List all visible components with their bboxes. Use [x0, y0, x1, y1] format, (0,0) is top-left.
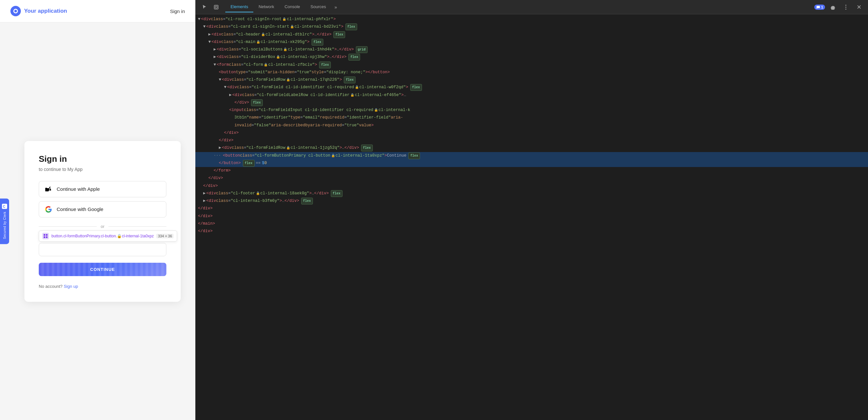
clerk-c-icon: C — [3, 204, 6, 208]
devtools-panel: Elements Network Console Sources » 1 — [195, 0, 868, 420]
clerk-sidebar-text: Secured by Clerk — [3, 211, 6, 239]
divider-line-right — [108, 226, 166, 227]
signin-title: Sign in — [39, 154, 166, 164]
no-account-section: No account? Sign up — [39, 284, 166, 289]
devtools-badge: 1 — [814, 5, 825, 10]
google-signin-button[interactable]: Continue with Google — [39, 201, 166, 217]
dom-line-18: ··· <button class="cl-formButtonPrimary … — [195, 152, 868, 159]
dom-line-23: ▶ <div class="cl-internal-b3fm6y">…</div… — [195, 197, 868, 205]
tab-console[interactable]: Console — [279, 2, 305, 12]
tooltip-grid-icon — [42, 233, 49, 239]
tab-elements[interactable]: Elements — [225, 2, 253, 12]
close-icon-btn[interactable]: ✕ — [854, 2, 864, 12]
settings-icon-btn[interactable] — [828, 2, 838, 12]
dom-line-20: </div> — [195, 175, 868, 182]
svg-text:C: C — [3, 205, 5, 208]
dom-line-25: </div> — [195, 213, 868, 220]
dom-line-10: ▼ <div class="cl-formField cl-id-identif… — [195, 84, 868, 91]
devtools-right-icons: 1 ✕ — [814, 2, 864, 12]
google-icon — [45, 206, 52, 213]
svg-rect-4 — [46, 234, 48, 236]
devtools-tabs: Elements Network Console Sources » — [225, 2, 340, 12]
left-panel: Your application Sign in C Secured by Cl… — [0, 0, 195, 420]
inspect-icon-btn[interactable] — [211, 2, 221, 12]
no-account-text: No account? — [39, 284, 63, 289]
app-logo-icon — [10, 6, 21, 16]
more-tabs-btn[interactable]: » — [331, 2, 340, 12]
svg-rect-5 — [43, 236, 45, 238]
svg-rect-3 — [43, 234, 45, 236]
cursor-icon-btn[interactable] — [199, 2, 210, 12]
tooltip-text: button.cl-formButtonPrimary.cl-button.🔒c… — [52, 234, 154, 238]
continue-button[interactable]: CONTINUE — [39, 263, 166, 276]
tab-sources[interactable]: Sources — [305, 2, 332, 12]
svg-rect-7 — [214, 5, 218, 9]
dom-line-8: <button type="submit" aria-hidden="true"… — [195, 69, 868, 76]
devtools-toolbar: Elements Network Console Sources » 1 — [195, 0, 868, 14]
dom-line-22: ▶ <div class="cl-footer 🔒 cl-internal-18… — [195, 190, 868, 197]
badge-chat-icon — [816, 5, 820, 9]
dom-line-4: ▼ <div class="cl-main 🔒 cl-internal-xk29… — [195, 38, 868, 46]
dom-line-17: ▶ <div class="cl-formFieldRow 🔒 cl-inter… — [195, 144, 868, 152]
sign-up-link[interactable]: Sign up — [64, 284, 78, 289]
dom-line-11: ▶ <div class="cl-formFieldLabelRow cl-id… — [195, 91, 868, 99]
app-logo: Your application — [10, 6, 67, 16]
top-bar: Your application Sign in — [0, 0, 195, 23]
apple-signin-button[interactable]: Continue with Apple — [39, 181, 166, 197]
clerk-sidebar-badge: C Secured by Clerk — [0, 198, 9, 244]
dom-line-21: </div> — [195, 182, 868, 190]
sign-in-nav-link[interactable]: Sign in — [170, 8, 185, 14]
signin-subtitle: to continue to My App — [39, 167, 166, 172]
app-name-label: Your application — [24, 8, 67, 14]
dom-line-16: </div> — [195, 137, 868, 144]
devtools-elements-content[interactable]: ▼ <div class="cl-root cl-signIn-root 🔒 c… — [195, 14, 868, 420]
or-divider: or — [39, 224, 166, 229]
divider-text: or — [101, 224, 104, 229]
dom-line-3: ▶ <div class="cl-header 🔒 cl-internal-dt… — [195, 31, 868, 38]
dom-line-2: ▼ <div class="cl-card cl-signIn-start 🔒 … — [195, 23, 868, 31]
google-btn-label: Continue with Google — [57, 206, 103, 212]
dom-line-26: </main> — [195, 220, 868, 228]
card-area: C Secured by Clerk Sign in to continue t… — [0, 23, 195, 420]
svg-point-10 — [845, 6, 846, 7]
divider-line-left — [39, 226, 97, 227]
dom-line-7: ▼ <form class="cl-form 🔒 cl-internal-zfb… — [195, 61, 868, 69]
dom-line-5: ▶ <div class="cl-socialButtons 🔒 cl-inte… — [195, 46, 868, 53]
dom-line-6: ▶ <div class="cl-dividerBox 🔒 cl-interna… — [195, 53, 868, 61]
tooltip-size: 334 × 36 — [156, 234, 174, 238]
apple-icon — [45, 186, 52, 193]
dom-line-19: </form> — [195, 167, 868, 175]
svg-rect-6 — [46, 236, 48, 238]
email-field-wrapper: button.cl-formButtonPrimary.cl-button.🔒c… — [39, 243, 166, 256]
dom-line-15: </div> — [195, 129, 868, 137]
tab-network[interactable]: Network — [253, 2, 279, 12]
dom-line-11b: </div> flex — [195, 99, 868, 107]
dom-line-24: </div> — [195, 205, 868, 212]
continue-btn-label: CONTINUE — [90, 267, 115, 272]
dom-line-27: </div> — [195, 228, 868, 235]
dom-line-12: <input class="cl-formFieldInput cl-id-id… — [195, 107, 868, 114]
apple-btn-label: Continue with Apple — [57, 186, 100, 192]
logo-svg-icon — [13, 8, 19, 14]
svg-rect-8 — [215, 6, 217, 8]
dom-line-1: ▼ <div class="cl-root cl-signIn-root 🔒 c… — [195, 16, 868, 23]
dom-line-13: 3tb1n" name="identifier" type="email" re… — [195, 114, 868, 121]
svg-point-1 — [14, 10, 17, 12]
element-tooltip: button.cl-formButtonPrimary.cl-button.🔒c… — [39, 231, 177, 242]
signin-card: Sign in to continue to My App Continue w… — [24, 141, 181, 302]
dom-line-9: ▼ <div class="cl-formFieldRow 🔒 cl-inter… — [195, 76, 868, 84]
dom-line-18b: </button> flex == $0 — [195, 159, 868, 167]
clerk-logo-small: C — [2, 204, 7, 209]
dom-line-14: invalid="false" aria-describedby aria-re… — [195, 122, 868, 129]
svg-point-9 — [845, 5, 846, 5]
more-options-icon-btn[interactable] — [841, 2, 851, 12]
email-input[interactable] — [39, 243, 166, 256]
svg-point-11 — [845, 8, 846, 9]
